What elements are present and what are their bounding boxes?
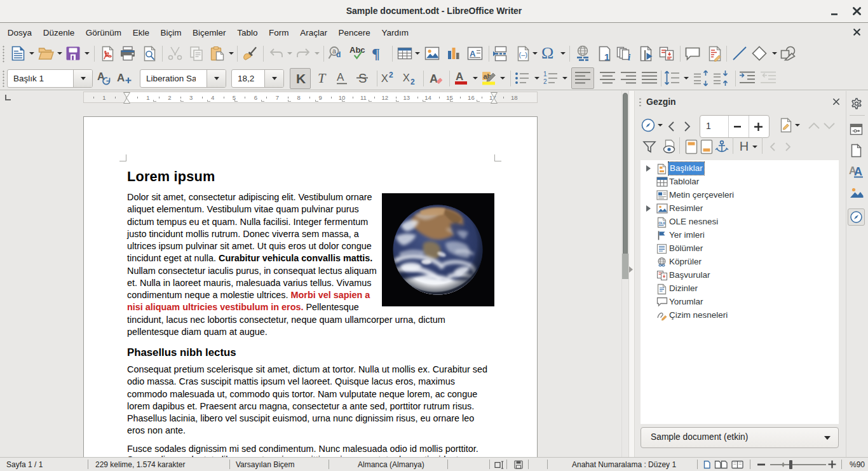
svg-text:2: 2 (389, 71, 393, 79)
svg-text:X: X (403, 72, 410, 84)
svg-text:Ω: Ω (541, 45, 553, 62)
svg-text:Abc: Abc (349, 45, 365, 55)
svg-text:X: X (381, 73, 388, 85)
svg-text:i: i (628, 52, 631, 62)
svg-text:A: A (337, 71, 344, 83)
svg-text:T: T (318, 70, 327, 86)
svg-text:K: K (296, 71, 306, 86)
svg-text:A: A (456, 71, 463, 83)
svg-text:2: 2 (410, 78, 415, 86)
svg-text:A: A (470, 49, 476, 58)
svg-text:¶: ¶ (372, 45, 380, 62)
svg-text:2: 2 (543, 78, 547, 85)
svg-text:OLE: OLE (658, 221, 666, 225)
svg-text:1: 1 (604, 51, 609, 62)
svg-text:A: A (97, 71, 105, 82)
svg-text:d: d (336, 50, 341, 59)
svg-text:(–): (–) (519, 51, 527, 58)
svg-text:A: A (117, 72, 125, 84)
svg-text:A: A (854, 165, 862, 178)
svg-text:1: 1 (543, 71, 547, 78)
svg-text:A: A (430, 72, 438, 85)
